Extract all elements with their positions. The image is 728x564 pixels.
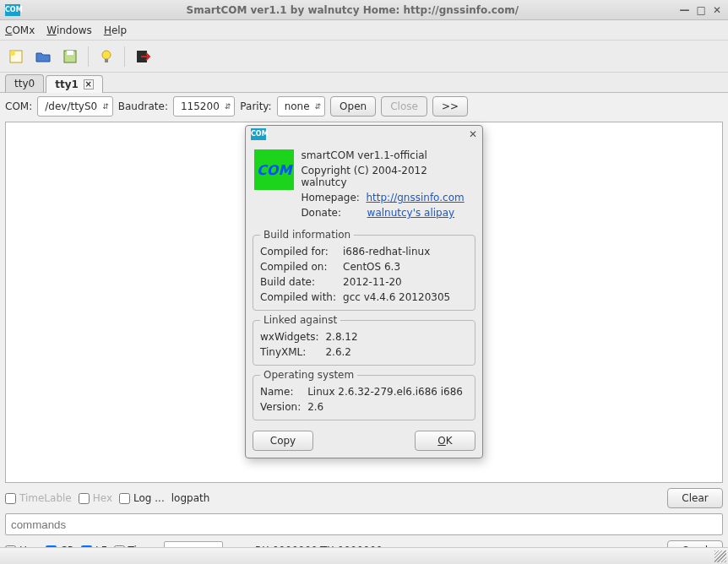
hex-display-checkbox[interactable]: Hex bbox=[79, 492, 112, 504]
menu-help[interactable]: Help bbox=[104, 24, 127, 36]
window-titlebar: COM SmartCOM ver1.1 by walnutcy Home: ht… bbox=[0, 0, 728, 20]
compiled-with-value: gcc v4.4.6 20120305 bbox=[343, 291, 468, 303]
donate-label: Donate: bbox=[301, 207, 341, 219]
ok-button[interactable]: OK bbox=[415, 431, 475, 451]
build-date-value: 2012-11-20 bbox=[343, 276, 468, 288]
open-port-button[interactable]: Open bbox=[330, 96, 376, 117]
command-input[interactable] bbox=[5, 513, 723, 535]
timelabel-checkbox[interactable]: TimeLable bbox=[5, 492, 72, 504]
menu-comx[interactable]: COMx bbox=[5, 24, 35, 36]
port-settings-bar: COM: /dev/ttyS0⇵ Baudrate: 115200⇵ Parit… bbox=[0, 93, 728, 120]
about-copyright: Copyright (C) 2004-2012 walnutcy bbox=[301, 165, 474, 188]
com-port-select[interactable]: /dev/ttyS0⇵ bbox=[37, 96, 113, 117]
os-name-label: Name: bbox=[260, 386, 301, 398]
toolbar-separator bbox=[88, 46, 89, 67]
os-legend: Operating system bbox=[260, 369, 357, 381]
tab-close-icon[interactable]: × bbox=[84, 79, 94, 89]
parity-label: Parity: bbox=[240, 100, 271, 112]
wxwidgets-value: 2.8.12 bbox=[325, 331, 468, 343]
svg-point-1 bbox=[10, 51, 15, 56]
tinyxml-value: 2.6.2 bbox=[325, 346, 468, 358]
linked-against-legend: Linked against bbox=[260, 314, 340, 326]
build-info-legend: Build information bbox=[260, 229, 354, 241]
svg-rect-5 bbox=[105, 59, 108, 62]
close-window-button[interactable]: ✕ bbox=[713, 4, 721, 16]
os-version-label: Version: bbox=[260, 401, 301, 413]
tab-tty0[interactable]: tty0 bbox=[5, 74, 44, 92]
svg-rect-3 bbox=[67, 51, 73, 55]
menubar: COMx Windows Help bbox=[0, 20, 728, 41]
close-port-button: Close bbox=[381, 96, 427, 117]
app-icon: COM bbox=[5, 4, 20, 16]
homepage-label: Homepage: bbox=[301, 192, 359, 203]
dialog-titlebar[interactable]: COM ✕ bbox=[246, 126, 482, 143]
chevron-updown-icon: ⇵ bbox=[225, 102, 231, 111]
more-settings-button[interactable]: >> bbox=[432, 96, 468, 117]
chevron-updown-icon: ⇵ bbox=[102, 102, 109, 111]
build-info-group: Build information Compiled for:i686-redh… bbox=[253, 229, 475, 311]
hint-icon[interactable] bbox=[95, 46, 117, 68]
wxwidgets-label: wxWidgets: bbox=[260, 331, 318, 343]
statusbar bbox=[0, 547, 728, 564]
os-name-value: Linux 2.6.32-279.el6.i686 i686 bbox=[307, 386, 468, 398]
tab-tty1[interactable]: tty1 × bbox=[46, 75, 103, 93]
donate-link[interactable]: walnutcy's alipay bbox=[367, 207, 455, 219]
about-title: smartCOM ver1.1-official bbox=[301, 149, 474, 161]
app-icon: COM bbox=[251, 128, 266, 140]
display-options-bar: TimeLable Hex Log ... logpath Clear bbox=[0, 485, 728, 512]
compiled-for-value: i686-redhat-linux bbox=[343, 246, 468, 258]
dialog-close-icon[interactable]: ✕ bbox=[469, 128, 477, 140]
compiled-on-value: CentOS 6.3 bbox=[343, 261, 468, 273]
toolbar-separator bbox=[124, 46, 125, 67]
parity-select[interactable]: none⇵ bbox=[277, 96, 325, 117]
tab-label: tty1 bbox=[55, 79, 79, 90]
log-checkbox[interactable]: Log ... bbox=[119, 492, 165, 504]
compiled-on-label: Compiled on: bbox=[260, 261, 336, 273]
minimize-button[interactable]: — bbox=[680, 4, 690, 16]
chevron-updown-icon: ⇵ bbox=[315, 102, 322, 111]
os-version-value: 2.6 bbox=[307, 401, 468, 413]
about-dialog: COM ✕ COM smartCOM ver1.1-official Copyr… bbox=[245, 125, 483, 458]
window-title: SmartCOM ver1.1 by walnutcy Home: http:/… bbox=[25, 4, 680, 16]
resize-grip-icon[interactable] bbox=[714, 550, 726, 562]
clear-button[interactable]: Clear bbox=[667, 488, 723, 508]
new-file-icon[interactable] bbox=[5, 46, 27, 68]
tinyxml-label: TinyXML: bbox=[260, 346, 318, 358]
homepage-link[interactable]: http://gnssinfo.com bbox=[366, 192, 464, 203]
save-file-icon[interactable] bbox=[59, 46, 81, 68]
exit-icon[interactable] bbox=[132, 46, 154, 68]
about-logo: COM bbox=[254, 149, 294, 190]
copy-button[interactable]: Copy bbox=[253, 431, 313, 451]
compiled-for-label: Compiled for: bbox=[260, 246, 336, 258]
baud-label: Baudrate: bbox=[118, 100, 168, 112]
baudrate-select[interactable]: 115200⇵ bbox=[173, 96, 235, 117]
os-group: Operating system Name:Linux 2.6.32-279.e… bbox=[253, 369, 475, 420]
menu-windows[interactable]: Windows bbox=[46, 24, 92, 36]
linked-against-group: Linked against wxWidgets:2.8.12 TinyXML:… bbox=[253, 314, 475, 366]
toolbar bbox=[0, 41, 728, 73]
com-label: COM: bbox=[5, 100, 32, 112]
compiled-with-label: Compiled with: bbox=[260, 291, 336, 303]
logpath-label: logpath bbox=[171, 492, 210, 504]
open-file-icon[interactable] bbox=[32, 46, 54, 68]
build-date-label: Build date: bbox=[260, 276, 336, 288]
tab-strip: tty0 tty1 × bbox=[0, 73, 728, 93]
maximize-button[interactable]: □ bbox=[697, 4, 706, 16]
tab-label: tty0 bbox=[14, 78, 35, 89]
svg-point-4 bbox=[102, 51, 111, 59]
